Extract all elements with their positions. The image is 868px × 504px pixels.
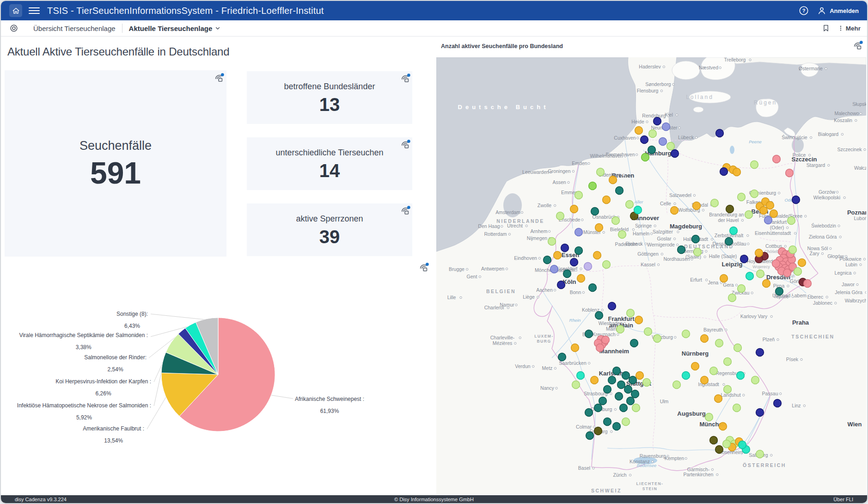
case-dot[interactable] <box>554 252 562 259</box>
case-dot[interactable] <box>575 228 583 236</box>
case-dot[interactable] <box>705 413 713 421</box>
case-dot[interactable] <box>745 211 753 219</box>
case-dot[interactable] <box>577 275 585 283</box>
case-dot[interactable] <box>720 168 728 176</box>
case-dot[interactable] <box>786 169 794 177</box>
case-dot[interactable] <box>604 418 611 426</box>
case-dot[interactable] <box>662 123 670 131</box>
case-dot[interactable] <box>738 285 746 293</box>
case-dot[interactable] <box>563 270 571 278</box>
case-dot[interactable] <box>617 381 625 389</box>
case-dot[interactable] <box>632 404 640 412</box>
case-dot[interactable] <box>659 138 667 146</box>
case-dot[interactable] <box>642 154 649 161</box>
case-dot[interactable] <box>571 344 579 352</box>
case-dot[interactable] <box>618 231 626 239</box>
case-dot[interactable] <box>636 372 644 380</box>
case-dot[interactable] <box>572 381 580 389</box>
case-dot[interactable] <box>678 246 685 254</box>
case-dot[interactable] <box>613 367 621 375</box>
case-dot[interactable] <box>792 196 800 204</box>
case-dot[interactable] <box>594 427 602 435</box>
case-dot[interactable] <box>756 450 764 458</box>
case-dot[interactable] <box>608 376 616 384</box>
case-dot[interactable] <box>739 441 746 449</box>
case-dot[interactable] <box>615 393 623 400</box>
nav-item-aktuelle[interactable]: Aktuelle Tierseuchenlage <box>122 25 227 32</box>
case-dot[interactable] <box>544 256 551 264</box>
case-dot[interactable] <box>694 248 702 256</box>
case-dot[interactable] <box>726 205 734 213</box>
case-dot[interactable] <box>602 336 610 344</box>
pie-chart[interactable]: Afrikanische SchweinepestAmerikanische F… <box>1 258 435 470</box>
case-dot[interactable] <box>691 363 699 370</box>
case-dot[interactable] <box>752 376 759 384</box>
case-dot[interactable] <box>608 302 616 310</box>
case-dot[interactable] <box>620 404 628 412</box>
login-button[interactable]: Anmelden <box>817 6 859 15</box>
case-dot[interactable] <box>733 168 741 176</box>
case-dot[interactable] <box>585 330 593 338</box>
case-dot[interactable] <box>715 339 723 347</box>
case-dot[interactable] <box>751 161 758 169</box>
case-dot[interactable] <box>760 207 768 215</box>
case-dot[interactable] <box>631 390 639 398</box>
case-dot[interactable] <box>770 210 778 218</box>
interaction-icon[interactable] <box>400 206 410 216</box>
case-dot[interactable] <box>671 207 679 215</box>
case-dot[interactable] <box>725 238 733 246</box>
case-dot[interactable] <box>577 372 585 380</box>
target-icon[interactable] <box>9 24 18 33</box>
help-button[interactable]: ? <box>799 6 809 16</box>
case-dot[interactable] <box>738 193 746 201</box>
case-dot[interactable] <box>724 386 732 393</box>
case-dot[interactable] <box>597 168 605 176</box>
case-dot[interactable] <box>604 386 611 393</box>
case-dot[interactable] <box>682 330 690 338</box>
more-button[interactable]: Mehr <box>837 25 861 32</box>
case-dot[interactable] <box>558 353 566 361</box>
case-dot[interactable] <box>591 376 599 384</box>
case-dot[interactable] <box>682 372 690 380</box>
case-dot[interactable] <box>635 127 643 135</box>
case-dot[interactable] <box>561 244 569 252</box>
case-dot[interactable] <box>575 191 583 199</box>
case-dot[interactable] <box>643 379 651 387</box>
case-dot[interactable] <box>772 260 780 268</box>
case-dot[interactable] <box>673 381 681 389</box>
nav-item-uebersicht[interactable]: Übersicht Tierseuchenlage <box>27 25 122 32</box>
case-dot[interactable] <box>776 288 783 295</box>
case-dot[interactable] <box>575 247 583 255</box>
case-dot[interactable] <box>723 440 731 448</box>
case-dot[interactable] <box>788 217 795 225</box>
case-dot[interactable] <box>585 409 593 417</box>
about-fli-link[interactable]: Über FLI <box>833 497 853 502</box>
case-dot[interactable] <box>719 423 727 430</box>
case-dot[interactable] <box>613 423 621 430</box>
case-dot[interactable] <box>756 409 764 417</box>
map-viewport[interactable]: Deutsche BuchtLollandRügenAllerPeeneOder… <box>436 57 866 495</box>
case-dot[interactable] <box>641 136 648 144</box>
case-dot[interactable] <box>794 268 802 276</box>
case-dot[interactable] <box>756 349 764 356</box>
case-dot[interactable] <box>654 117 661 125</box>
case-dot[interactable] <box>648 146 656 154</box>
case-dot[interactable] <box>596 344 604 352</box>
case-dot[interactable] <box>710 367 718 375</box>
case-dot[interactable] <box>634 206 642 214</box>
case-dot[interactable] <box>667 142 675 150</box>
case-dot[interactable] <box>804 280 812 288</box>
case-dot[interactable] <box>649 130 657 138</box>
case-dot[interactable] <box>570 258 578 266</box>
case-dot[interactable] <box>701 376 709 384</box>
case-dot[interactable] <box>728 294 736 302</box>
case-dot[interactable] <box>593 252 601 259</box>
case-dot[interactable] <box>603 261 611 269</box>
case-dot[interactable] <box>556 212 564 220</box>
case-dot[interactable] <box>630 339 638 347</box>
case-dot[interactable] <box>584 263 592 270</box>
case-dot[interactable] <box>627 309 635 317</box>
case-dot[interactable] <box>766 202 774 209</box>
case-dot[interactable] <box>715 446 723 454</box>
case-dot[interactable] <box>783 269 791 277</box>
